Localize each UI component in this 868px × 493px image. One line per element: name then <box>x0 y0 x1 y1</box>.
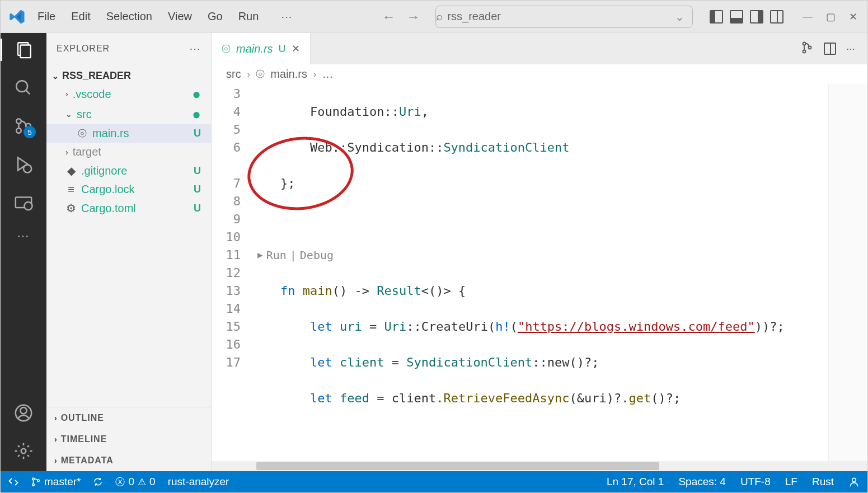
activity-remote[interactable] <box>12 191 35 213</box>
breadcrumb[interactable]: src › ⦾ main.rs › … <box>212 64 867 84</box>
timeline-panel[interactable]: ›TIMELINE <box>46 429 211 450</box>
vscode-logo-icon <box>7 7 27 27</box>
toggle-panel-icon[interactable] <box>730 10 743 24</box>
activity-settings[interactable] <box>12 440 35 462</box>
menu-file[interactable]: File <box>37 10 55 24</box>
code-editor[interactable]: 3 4 5 6 7 8 9 10 11 12 13 14 15 16 17 Fo… <box>212 84 867 461</box>
rust-analyzer-status[interactable]: rust-analyzer <box>168 476 229 488</box>
activity-search[interactable] <box>12 77 35 99</box>
indentation[interactable]: Spaces: 4 <box>678 476 726 488</box>
cursor-position[interactable]: Ln 17, Col 1 <box>607 476 664 488</box>
breadcrumb-seg-src[interactable]: src <box>226 68 241 81</box>
maximize-icon[interactable]: ▢ <box>823 11 839 23</box>
sidebar-bottom-panels: ›OUTLINE ›TIMELINE ›METADATA <box>46 407 211 471</box>
menu-run[interactable]: Run <box>238 10 259 24</box>
search-text: rss_reader <box>447 10 501 23</box>
tree-item[interactable]: ›.vscode● <box>46 84 211 104</box>
svg-point-18 <box>852 478 856 482</box>
activity-accounts[interactable] <box>12 402 35 424</box>
svg-point-15 <box>32 478 35 480</box>
minimap[interactable] <box>828 84 867 461</box>
language-mode[interactable]: Rust <box>812 476 834 488</box>
tree-item[interactable]: ≡Cargo.lockU <box>46 180 211 199</box>
file-tree: ⌄ RSS_READER ›.vscode●⌄src●⦾main.rsU›tar… <box>46 64 211 221</box>
chevron-right-icon: › <box>313 68 317 81</box>
sync-changes[interactable] <box>93 477 103 487</box>
horizontal-scrollbar[interactable] <box>212 461 867 471</box>
tree-item[interactable]: ◆.gitignoreU <box>46 161 211 180</box>
compare-changes-icon[interactable] <box>800 41 814 57</box>
search-icon: ⌕ <box>436 10 443 23</box>
sidebar-header: EXPLORER ⋯ <box>46 33 211 64</box>
tree-item-label: src <box>77 108 92 121</box>
activity-source-control[interactable]: 5 <box>12 115 35 137</box>
tree-item[interactable]: ⚙Cargo.tomlU <box>46 199 211 218</box>
svg-point-8 <box>24 202 32 210</box>
tree-root[interactable]: ⌄ RSS_READER <box>46 68 211 84</box>
svg-point-16 <box>32 483 35 486</box>
svg-point-12 <box>803 43 806 45</box>
git-status: U <box>194 184 201 195</box>
tree-item[interactable]: ⌄src● <box>46 104 211 124</box>
activity-overflow-icon[interactable]: ⋯ <box>17 229 30 243</box>
customize-layout-icon[interactable] <box>770 10 783 24</box>
chevron-down-icon: ⌄ <box>52 72 59 81</box>
menu-edit[interactable]: Edit <box>71 10 90 24</box>
tree-item-label: target <box>73 145 101 158</box>
tab-close-icon[interactable]: ✕ <box>292 43 300 55</box>
activity-explorer[interactable] <box>12 39 35 61</box>
sidebar-actions-icon[interactable]: ⋯ <box>189 42 201 55</box>
remote-indicator[interactable] <box>8 477 18 487</box>
feedback-icon[interactable] <box>848 476 860 487</box>
menu-overflow-icon[interactable]: ⋯ <box>281 10 293 24</box>
menu-selection[interactable]: Selection <box>106 10 152 24</box>
activity-bar: 5 ⋯ <box>1 33 46 471</box>
close-icon[interactable]: ✕ <box>846 11 861 23</box>
file-icon: ≡ <box>65 183 77 196</box>
metadata-panel[interactable]: ›METADATA <box>46 450 211 471</box>
chevron-icon: › <box>65 90 68 98</box>
svg-point-2 <box>16 81 27 92</box>
tab-main-rs[interactable]: ⦾ main.rs U ✕ <box>212 33 311 64</box>
split-editor-icon[interactable] <box>824 43 836 55</box>
svg-point-3 <box>16 119 21 124</box>
minimize-icon[interactable]: — <box>799 11 816 23</box>
chevron-icon: ⌄ <box>65 110 72 119</box>
nav-forward-icon[interactable]: → <box>406 9 420 25</box>
menu-go[interactable]: Go <box>208 10 223 24</box>
toggle-primary-sidebar-icon[interactable] <box>710 10 723 24</box>
command-center[interactable]: ⌕ rss_reader ⌄ <box>435 6 693 28</box>
svg-point-13 <box>803 50 806 53</box>
svg-point-4 <box>16 128 21 133</box>
project-name: RSS_READER <box>62 70 131 82</box>
tree-item-label: Cargo.lock <box>81 183 135 196</box>
menu-view[interactable]: View <box>168 10 192 24</box>
chevron-down-icon: ⌄ <box>675 10 692 24</box>
breadcrumb-seg-file[interactable]: main.rs <box>270 68 307 81</box>
sidebar-title: EXPLORER <box>57 44 110 54</box>
codelens-run-debug[interactable]: ▶Run | Debug <box>251 246 828 264</box>
encoding[interactable]: UTF-8 <box>740 476 771 488</box>
svg-point-6 <box>24 165 31 172</box>
eol[interactable]: LF <box>785 476 797 488</box>
breadcrumb-seg-more[interactable]: … <box>322 68 334 81</box>
toggle-secondary-sidebar-icon[interactable] <box>750 10 763 24</box>
editor-more-icon[interactable]: ⋯ <box>846 44 855 54</box>
code-content[interactable]: Foundation::Uri, Web::Syndication::Syndi… <box>251 84 828 461</box>
tree-item[interactable]: ›target <box>46 143 211 161</box>
nav-arrows: ← → <box>382 9 420 25</box>
svg-point-11 <box>21 449 26 454</box>
git-status: U <box>194 165 201 177</box>
problems[interactable]: ⓧ0 ⚠0 <box>115 476 155 489</box>
git-branch[interactable]: master* <box>31 476 81 488</box>
editor-area: ⦾ main.rs U ✕ ⋯ src › ⦾ main.rs › … <box>212 33 867 471</box>
activity-run-debug[interactable] <box>12 153 35 175</box>
nav-back-icon[interactable]: ← <box>382 9 395 25</box>
scrollbar-thumb[interactable] <box>256 462 659 470</box>
rust-file-icon: ⦾ <box>256 68 265 81</box>
play-icon: ▶ <box>257 246 263 264</box>
tree-item[interactable]: ⦾main.rsU <box>46 124 211 143</box>
tree-item-label: Cargo.toml <box>81 202 136 215</box>
outline-panel[interactable]: ›OUTLINE <box>46 407 211 429</box>
svg-rect-1 <box>20 45 30 58</box>
